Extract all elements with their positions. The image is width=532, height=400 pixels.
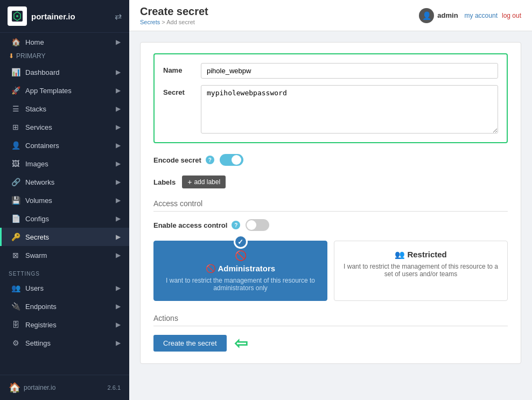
create-secret-button[interactable]: Create the secret [153,335,227,352]
access-control-help-icon[interactable]: ? [232,221,240,229]
sidebar-logo-text: portainer.io [31,12,75,21]
sidebar-item-users[interactable]: 👥 Users ▶ [0,279,129,297]
name-label: Name [163,63,201,74]
my-account-link[interactable]: my account [465,12,498,19]
log-out-link[interactable]: log out [502,12,521,19]
administrators-card[interactable]: ✓ 🚫 🚫 Administrators I want to restrict … [153,241,327,301]
user-avatar-icon: 👤 [419,8,434,23]
images-icon: 🖼 [10,159,21,168]
restricted-card-title: 👥 Restricted [343,250,499,259]
sidebar-logo: portainer.io ⇄ [0,0,129,33]
secret-textarea[interactable]: mypiholewebpassword [201,85,498,134]
services-icon: ⊞ [10,123,21,131]
encode-secret-help-icon[interactable]: ? [206,156,214,164]
settings-section-label: SETTINGS [0,264,129,279]
sidebar-item-containers[interactable]: 👤 Containers ▶ [0,136,129,155]
breadcrumb-separator: > [162,19,166,25]
nav-arrow-icon: ▶ [116,38,121,46]
access-control-section-title: Access control [153,199,508,212]
enable-access-control-toggle[interactable] [246,219,269,231]
swarm-icon: ⊠ [10,251,21,259]
main-content: Create secret Secrets > Add secret 👤 adm… [129,0,532,400]
header-left: Create secret Secrets > Add secret [140,5,208,25]
networks-icon: 🔗 [10,178,21,186]
encode-secret-row: Encode secret ? [153,154,508,166]
dashboard-icon: 📊 [10,68,21,76]
breadcrumb-current: Add secret [166,19,195,25]
create-arrow-indicator: ⇦ [234,334,248,353]
users-icon: 👥 [10,284,21,292]
access-toggle-thumb [247,220,256,230]
nav-right-icon-3: ▶ [116,105,121,113]
footer-portainer-icon: 🏠 [9,382,20,394]
toggle-thumb [232,155,241,165]
form-card: Name Secret mypiholewebpassword Encode s… [140,42,521,364]
sidebar-item-networks[interactable]: 🔗 Networks ▶ [0,173,129,191]
nav-right-icon-2: ▶ [116,87,121,94]
restricted-icon: 👥 [395,250,407,259]
restricted-card[interactable]: 👥 Restricted I want to restrict the mana… [334,241,508,301]
sidebar-item-endpoints[interactable]: 🔌 Endpoints ▶ [0,297,129,315]
nav-right-icon: ▶ [116,68,121,76]
page-header: Create secret Secrets > Add secret 👤 adm… [129,0,532,31]
selected-check-badge: ✓ [234,235,248,249]
sidebar-item-registries[interactable]: 🗄 Registries ▶ [0,315,129,334]
sidebar: portainer.io ⇄ 🏠 Home ▶ ⬇ PRIMARY 📊 Dash… [0,0,129,400]
svg-point-1 [16,15,18,17]
nav-right-icon-13: ▶ [116,303,121,310]
actions-section-title: Actions [153,314,508,326]
secrets-icon: 🔑 [10,233,21,241]
labels-label: Labels [153,178,176,186]
primary-group-label: ⬇ PRIMARY [0,51,129,63]
name-secret-group: Name Secret mypiholewebpassword [153,53,508,143]
sidebar-item-configs[interactable]: 📄 Configs ▶ [0,209,129,228]
breadcrumb: Secrets > Add secret [140,19,208,25]
sidebar-footer: 🏠 portainer.io 2.6.1 [0,375,129,400]
user-name: admin [437,11,458,19]
enable-access-control-label: Enable access control [153,221,227,229]
primary-icon: ⬇ [9,52,14,60]
encode-secret-toggle[interactable] [220,154,243,166]
nav-right-icon-7: ▶ [116,178,121,186]
sidebar-item-settings[interactable]: ⚙ Settings ▶ [0,334,129,352]
name-row: Name [163,63,498,79]
labels-row: Labels + add label [153,176,508,188]
sidebar-item-dashboard[interactable]: 📊 Dashboard ▶ [0,63,129,81]
breadcrumb-parent-link[interactable]: Secrets [140,19,160,25]
nav-right-icon-8: ▶ [116,197,121,204]
endpoints-icon: 🔌 [10,302,21,311]
nav-right-icon-10: ▶ [116,233,121,241]
sidebar-item-volumes[interactable]: 💾 Volumes ▶ [0,191,129,209]
toggle-track [220,154,243,166]
plus-icon: + [187,178,192,186]
access-toggle-track [246,219,269,231]
volumes-icon: 💾 [10,196,21,205]
sidebar-item-images[interactable]: 🖼 Images ▶ [0,155,129,173]
content-area: Name Secret mypiholewebpassword Encode s… [129,31,532,400]
actions-row: Create the secret ⇦ [153,334,508,353]
configs-icon: 📄 [10,214,21,223]
name-input[interactable] [201,63,498,79]
nav-right-icon-5: ▶ [116,142,121,149]
add-label-button[interactable]: + add label [182,176,226,188]
sidebar-item-app-templates[interactable]: 🚀 App Templates ▶ [0,81,129,100]
header-links: my account log out [465,12,521,19]
sidebar-item-swarm[interactable]: ⊠ Swarm ▶ [0,246,129,264]
encode-secret-label: Encode secret [153,156,201,164]
nav-right-icon-6: ▶ [116,160,121,167]
header-right: 👤 admin my account log out [419,8,521,23]
footer-version: 2.6.1 [108,384,121,391]
admin-card-icon: 🚫 [163,250,318,262]
sidebar-item-services[interactable]: ⊞ Services ▶ [0,118,129,136]
sidebar-item-home[interactable]: 🏠 Home ▶ [0,33,129,51]
secret-row: Secret mypiholewebpassword [163,85,498,134]
home-icon: 🏠 [10,38,21,46]
add-label-text: add label [194,178,220,186]
admin-card-desc: I want to restrict the management of thi… [163,277,318,292]
enable-access-control-row: Enable access control ? [153,219,508,231]
nav-right-icon-12: ▶ [116,284,121,292]
admin-card-title: 🚫 Administrators [163,264,318,273]
sidebar-toggle-icon[interactable]: ⇄ [115,11,122,22]
sidebar-item-stacks[interactable]: ☰ Stacks ▶ [0,100,129,118]
sidebar-item-secrets[interactable]: 🔑 Secrets ▶ ⇦ [0,228,129,246]
